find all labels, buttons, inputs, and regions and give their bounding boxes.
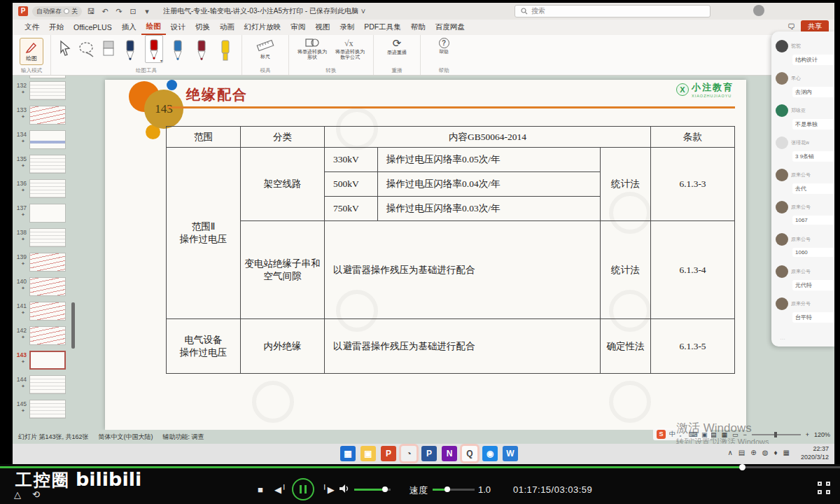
autosave-toggle[interactable]: 自动保存 关: [32, 6, 82, 17]
tray-icon-3[interactable]: ◍: [762, 449, 769, 456]
stop-button[interactable]: ■: [258, 484, 263, 495]
thumbnail-preview[interactable]: [29, 326, 66, 345]
taskbar-clock[interactable]: 22:37 2020/3/12: [801, 445, 829, 461]
search-input[interactable]: 搜索: [514, 5, 710, 18]
slide-thumbnail-133[interactable]: 133✦: [13, 106, 78, 127]
chat-avatar[interactable]: [776, 169, 788, 181]
ime-mode-icon[interactable]: 中: [669, 430, 676, 439]
ink-to-math-button[interactable]: √x 将墨迹转换为数学公式: [334, 37, 366, 60]
thumbnail-preview[interactable]: [29, 302, 66, 321]
chat-avatar[interactable]: [776, 136, 788, 149]
thumbnail-preview[interactable]: [29, 351, 66, 370]
tray-icon-1[interactable]: ▤: [738, 449, 745, 456]
thumbnail-preview[interactable]: [29, 228, 66, 247]
select-cursor-icon[interactable]: [58, 40, 72, 58]
taskbar-app-icon-3[interactable]: ◔: [401, 446, 416, 461]
thumbnail-preview[interactable]: [29, 204, 66, 223]
eraser-icon[interactable]: [102, 39, 115, 59]
ribbon-tab-5[interactable]: 设计: [166, 20, 190, 34]
ribbon-tab-11[interactable]: 录制: [335, 20, 359, 34]
blue-pen[interactable]: [169, 35, 187, 63]
ribbon-tab-1[interactable]: 开始: [44, 20, 69, 34]
thumbnail-preview[interactable]: [29, 81, 66, 100]
taskbar-app-icon-4[interactable]: P: [421, 446, 437, 461]
slide-thumbnail-144[interactable]: 144✦: [13, 375, 78, 396]
next-button[interactable]: ╵▶: [322, 484, 335, 495]
draw-button[interactable]: 绘图: [20, 38, 43, 65]
slide-thumbnail-134[interactable]: 134✦: [13, 130, 78, 151]
maroon-pen[interactable]: [192, 35, 211, 63]
taskbar-app-icon-0[interactable]: ▦: [340, 446, 356, 461]
chat-avatar[interactable]: [776, 265, 788, 278]
taskbar-app-icon-5[interactable]: N: [442, 446, 457, 461]
slide-thumbnail-139[interactable]: 139✦: [13, 253, 78, 274]
undo-icon[interactable]: ↶: [100, 7, 110, 16]
loop-icon[interactable]: ⟲: [32, 489, 40, 500]
zoom-level[interactable]: 120%: [814, 431, 830, 438]
ribbon-tab-13[interactable]: 帮助: [406, 20, 430, 34]
account-avatar[interactable]: [753, 5, 764, 16]
slide-thumbnail-137[interactable]: 137✦: [13, 204, 78, 225]
thumbnail-preview[interactable]: [29, 130, 66, 149]
ribbon-tab-6[interactable]: 切换: [190, 20, 215, 34]
slide-thumbnail-135[interactable]: 135✦: [13, 155, 78, 176]
tray-icon-5[interactable]: ▦: [783, 449, 790, 456]
slide-thumbnail-142[interactable]: 142✦: [13, 326, 78, 347]
yellow-highlighter[interactable]: [216, 35, 234, 63]
ribbon-tab-4[interactable]: 绘图: [141, 20, 166, 35]
ribbon-tab-9[interactable]: 审阅: [286, 20, 310, 34]
ink-to-shape-button[interactable]: 将墨迹转换为形状: [296, 37, 328, 60]
taskbar-app-icon-2[interactable]: P: [381, 446, 396, 461]
fullscreen-button[interactable]: [818, 482, 830, 494]
navy-pen[interactable]: [121, 35, 139, 63]
zoom-slider[interactable]: [752, 434, 801, 435]
tray-icon-2[interactable]: ⊕: [750, 449, 756, 456]
slide-thumbnail-136[interactable]: 136✦: [13, 179, 78, 200]
present-icon[interactable]: ⊡: [128, 7, 138, 16]
progress-knob[interactable]: [739, 464, 746, 470]
eject-icon[interactable]: △: [14, 489, 21, 500]
speed-slider[interactable]: [433, 489, 475, 491]
volume-icon[interactable]: [339, 484, 350, 493]
save-icon[interactable]: 🖫: [86, 7, 96, 15]
thumbnail-preview[interactable]: [29, 179, 66, 198]
slide-thumbnail-141[interactable]: 141✦: [13, 302, 78, 323]
lasso-select-icon[interactable]: [78, 40, 96, 58]
help-button[interactable]: ? 帮助: [428, 38, 460, 55]
quick-access-dropdown-icon[interactable]: ▾: [142, 7, 152, 16]
chat-avatar[interactable]: [776, 104, 788, 117]
ribbon-tab-2[interactable]: OfficePLUS: [69, 21, 117, 34]
chat-avatar[interactable]: [776, 72, 788, 85]
ink-replay-button[interactable]: ⟳ 墨迹重播: [381, 38, 413, 55]
thumbnail-preview[interactable]: [29, 155, 66, 174]
ribbon-tab-10[interactable]: 视图: [310, 20, 335, 34]
tray-icon-4[interactable]: ♦: [774, 449, 777, 456]
comments-icon[interactable]: 🗨: [788, 22, 795, 31]
thumbnail-preview[interactable]: [29, 253, 66, 272]
ribbon-tab-14[interactable]: 百度网盘: [430, 20, 470, 34]
chat-avatar[interactable]: [776, 298, 788, 310]
red-pen[interactable]: ▾: [145, 35, 163, 63]
pen-dropdown-icon[interactable]: ▾: [160, 58, 162, 63]
chat-avatar[interactable]: [776, 40, 788, 52]
thumbnail-partial[interactable]: [29, 76, 66, 78]
thumbnail-preview[interactable]: [29, 106, 66, 125]
zoom-in-icon[interactable]: +: [806, 431, 809, 438]
slide-thumbnail-140[interactable]: 140✦: [13, 277, 78, 298]
redo-icon[interactable]: ↷: [114, 7, 124, 16]
previous-button[interactable]: ◀╵: [274, 484, 287, 495]
slide-thumbnail-143[interactable]: 143✦: [13, 351, 78, 372]
thumbnail-preview[interactable]: [29, 400, 66, 419]
volume-slider[interactable]: [354, 489, 391, 491]
slide-thumbnail-145[interactable]: 145✦: [13, 400, 78, 421]
ribbon-tab-8[interactable]: 幻灯片放映: [239, 20, 286, 34]
taskbar-app-icon-6[interactable]: Q: [462, 446, 477, 461]
ribbon-tab-7[interactable]: 动画: [215, 20, 239, 34]
play-pause-button[interactable]: [292, 478, 314, 500]
slide-thumbnail-132[interactable]: 132✦: [13, 81, 78, 102]
language-indicator[interactable]: 简体中文(中国大陆): [99, 433, 153, 442]
ribbon-tab-3[interactable]: 插入: [117, 20, 141, 34]
ribbon-tab-12[interactable]: PDF工具集: [359, 20, 406, 34]
slide-thumbnail-138[interactable]: 138✦: [13, 228, 78, 249]
ruler-button[interactable]: 标尺: [249, 38, 281, 59]
